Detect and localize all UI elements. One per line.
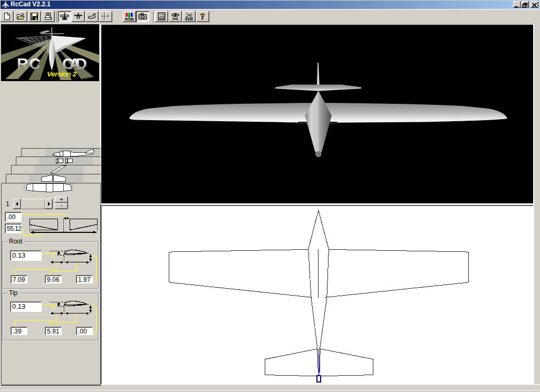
svg-text:x: x — [51, 303, 55, 310]
svg-text:?: ? — [200, 12, 205, 21]
svg-text:R C: R C — [17, 55, 41, 72]
svg-text:RGB: RGB — [125, 17, 134, 21]
svg-text:x: x — [51, 252, 55, 259]
svg-text:Version 2: Version 2 — [47, 70, 76, 78]
